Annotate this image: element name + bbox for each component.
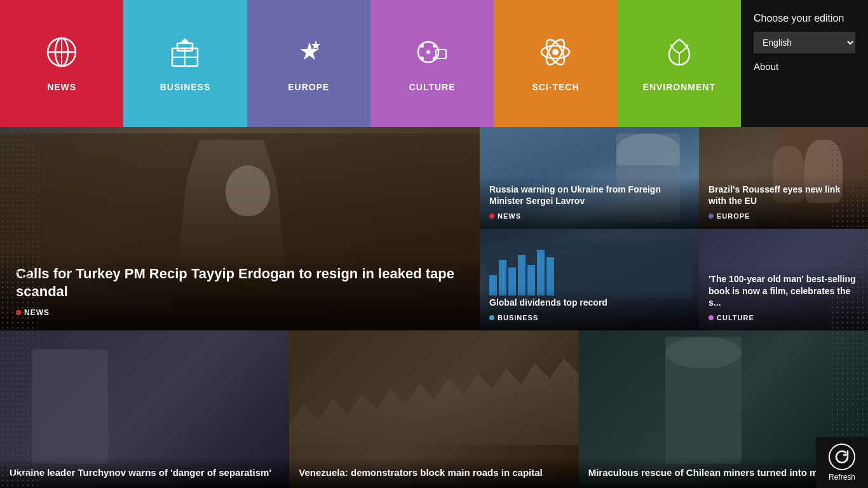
news-icon: [45, 36, 78, 76]
ukraine-story[interactable]: Ukraine leader Turchynov warns of 'dange…: [0, 330, 289, 488]
bottom-row: Ukraine leader Turchynov warns of 'dange…: [0, 330, 868, 488]
news-dot: [16, 310, 21, 315]
film-category: CULTURE: [709, 314, 754, 322]
brazil-category-label: EUROPE: [717, 212, 750, 220]
venezuela-overlay: Venezuela: demonstrators block main road…: [289, 457, 578, 489]
edition-title: Choose your edition: [754, 13, 855, 24]
russia-story[interactable]: Russia warning on Ukraine from Foreign M…: [480, 127, 699, 229]
dividends-category-label: BUSINESS: [498, 314, 538, 322]
refresh-label: Refresh: [829, 473, 855, 482]
nav-tile-scitech[interactable]: SCI-TECH: [494, 0, 617, 127]
brazil-story[interactable]: Brazil's Rousseff eyes new link with the…: [699, 127, 868, 229]
refresh-button[interactable]: Refresh: [829, 444, 855, 482]
nav-tile-europe-label: EUROPE: [288, 82, 329, 92]
venezuela-title: Venezuela: demonstrators block main road…: [299, 466, 569, 479]
edition-select[interactable]: English Русский 中文 Español Français Deut…: [754, 32, 855, 53]
film-dot: [709, 315, 714, 320]
svg-point-18: [552, 49, 559, 55]
nav-tile-news-label: NEWS: [47, 82, 76, 92]
environment-icon: [663, 36, 696, 76]
featured-category-label: NEWS: [24, 308, 50, 317]
refresh-panel: Refresh: [816, 437, 868, 488]
svg-marker-8: [180, 38, 190, 43]
featured-story[interactable]: Calls for Turkey PM Recip Tayyip Erdogan…: [0, 127, 480, 330]
ukraine-title: Ukraine leader Turchynov warns of 'dange…: [10, 466, 280, 479]
nav-tiles: NEWS BUSINESS ★ ★ EUROPE: [0, 0, 741, 127]
nav-tile-environment[interactable]: ENVIRONMENT: [618, 0, 741, 127]
venezuela-story[interactable]: Venezuela: demonstrators block main road…: [289, 330, 578, 488]
featured-title: Calls for Turkey PM Recip Tayyip Erdogan…: [16, 265, 464, 301]
content-grid: Calls for Turkey PM Recip Tayyip Erdogan…: [0, 127, 868, 488]
featured-overlay: Calls for Turkey PM Recip Tayyip Erdogan…: [0, 252, 480, 330]
nav-tile-culture-label: CULTURE: [409, 82, 456, 92]
svg-point-14: [433, 44, 437, 48]
nav-tile-environment-label: ENVIRONMENT: [643, 82, 715, 92]
brazil-title: Brazil's Rousseff eyes new link with the…: [709, 184, 858, 207]
culture-icon: [416, 36, 449, 76]
mid-top-column: Russia warning on Ukraine from Foreign M…: [480, 127, 699, 330]
russia-dot: [489, 214, 494, 219]
russia-category: NEWS: [489, 212, 521, 220]
nav-tile-scitech-label: SCI-TECH: [532, 82, 579, 92]
top-navigation: NEWS BUSINESS ★ ★ EUROPE: [0, 0, 868, 127]
brazil-content: Brazil's Rousseff eyes new link with the…: [699, 176, 868, 229]
brazil-category: EUROPE: [709, 212, 750, 220]
europe-icon: ★ ★: [292, 36, 325, 76]
nav-tile-europe[interactable]: ★ ★ EUROPE: [247, 0, 370, 127]
film-content: 'The 100-year old man' best-selling book…: [699, 266, 868, 330]
nav-tile-business[interactable]: BUSINESS: [123, 0, 247, 127]
dividends-title: Global dividends top record: [489, 297, 689, 308]
scitech-icon: [539, 36, 572, 76]
featured-category: NEWS: [16, 308, 50, 317]
right-top-column: Brazil's Rousseff eyes new link with the…: [699, 127, 868, 330]
film-category-label: CULTURE: [717, 314, 754, 322]
edition-panel: Choose your edition English Русский 中文 E…: [741, 0, 868, 127]
dividends-dot: [489, 315, 494, 320]
svg-point-13: [420, 44, 424, 48]
nav-tile-culture[interactable]: CULTURE: [370, 0, 494, 127]
russia-content: Russia warning on Ukraine from Foreign M…: [480, 176, 699, 229]
ukraine-overlay: Ukraine leader Turchynov warns of 'dange…: [0, 457, 289, 489]
about-link[interactable]: About: [754, 61, 855, 72]
dividends-story[interactable]: Global dividends top record BUSINESS: [480, 229, 699, 330]
dividends-content: Global dividends top record BUSINESS: [480, 289, 699, 330]
svg-text:★: ★: [310, 38, 322, 52]
nav-tile-news[interactable]: NEWS: [0, 0, 123, 127]
main-content: Calls for Turkey PM Recip Tayyip Erdogan…: [0, 127, 868, 488]
nav-tile-business-label: BUSINESS: [160, 82, 211, 92]
refresh-icon: [829, 444, 855, 470]
business-icon: [168, 36, 201, 76]
svg-point-12: [426, 50, 430, 54]
dividends-category: BUSINESS: [489, 314, 538, 322]
russia-category-label: NEWS: [498, 212, 521, 220]
russia-title: Russia warning on Ukraine from Foreign M…: [489, 184, 689, 207]
brazil-dot: [709, 214, 714, 219]
film-story[interactable]: 'The 100-year old man' best-selling book…: [699, 229, 868, 330]
svg-point-15: [420, 57, 424, 60]
film-title: 'The 100-year old man' best-selling book…: [709, 273, 858, 308]
